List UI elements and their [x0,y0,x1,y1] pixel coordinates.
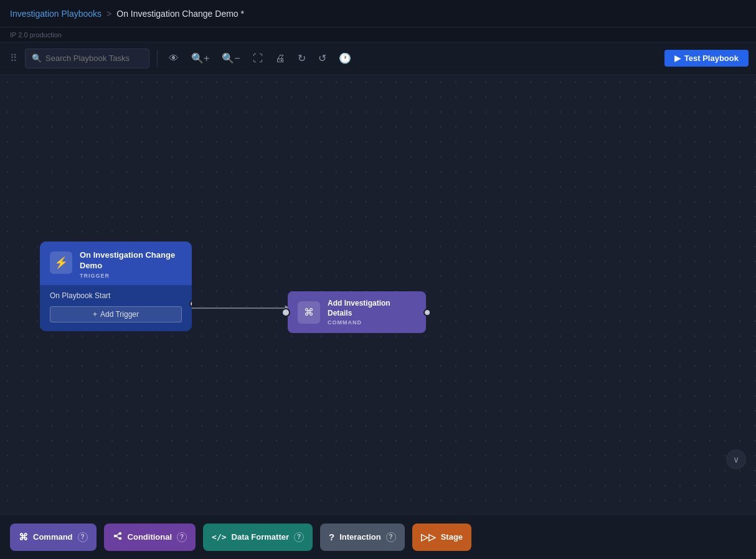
trigger-node-text: On Investigation Change Demo TRIGGER [80,250,182,279]
command-node-info: Add Investigation Details COMMAND [328,299,416,326]
search-box[interactable]: 🔍 [25,49,149,68]
print-icon: 🖨 [275,53,285,64]
zoom-out-icon: 🔍− [222,52,240,64]
breadcrumb-current: On Investigation Change Demo * [116,9,244,19]
fit-icon: ⛶ [253,53,263,64]
zoom-in-button[interactable]: 🔍+ [187,49,213,68]
command-icon-wrap: ⌘ [298,301,320,324]
zoom-in-icon: 🔍+ [191,52,209,64]
conditional-chip-label: Conditional [128,532,172,542]
conditional-chip-icon [113,531,123,543]
command-connector-dot-left [281,308,290,317]
chip-interaction[interactable]: ? Interaction ? [320,524,405,551]
chevron-down-icon: ∨ [733,454,739,464]
add-trigger-plus-icon: + [93,310,97,319]
undo-button[interactable]: ↺ [314,49,330,68]
eye-icon: 👁 [169,53,179,64]
toolbar-separator-1 [157,50,158,67]
trigger-node-title: On Investigation Change Demo [80,250,182,271]
zoom-out-button[interactable]: 🔍− [218,49,243,68]
svg-line-3 [116,536,119,538]
svg-rect-4 [119,532,121,535]
canvas: ⚡ On Investigation Change Demo TRIGGER O… [0,75,756,514]
sub-info-text: IP 2.0 production [10,31,62,39]
command-chip-help[interactable]: ? [78,532,88,542]
search-icon: 🔍 [32,54,42,63]
history-button[interactable]: 🕐 [335,49,355,68]
refresh-button[interactable]: ↻ [294,49,309,68]
svg-line-2 [116,533,119,536]
bottom-panel-toggle-button[interactable]: ∨ [726,449,746,469]
chip-data-formatter[interactable]: </> Data Formatter ? [203,524,313,551]
trigger-node-body: On Playbook Start + Add Trigger [40,285,192,331]
sub-info-bar: IP 2.0 production [0,27,756,42]
add-trigger-label: Add Trigger [100,310,139,319]
undo-icon: ↺ [318,52,326,64]
trigger-icon-wrap: ⚡ [50,251,72,274]
command-node[interactable]: ⌘ Add Investigation Details COMMAND [288,291,426,333]
conditional-chip-help[interactable]: ? [177,532,187,542]
history-icon: 🕐 [339,52,351,64]
bottom-toolbar: ⌘ Command ? Conditional ? </> Data Forma… [0,514,756,559]
fit-button[interactable]: ⛶ [249,49,267,68]
data-formatter-chip-icon: </> [212,532,226,542]
chip-conditional[interactable]: Conditional ? [104,524,196,551]
interaction-chip-icon: ? [329,532,334,542]
interaction-chip-help[interactable]: ? [386,532,396,542]
command-node-badge: COMMAND [328,319,416,326]
trigger-connector-dot [189,300,192,308]
breadcrumb-separator: > [106,9,111,19]
command-node-title: Add Investigation Details [328,299,416,318]
refresh-icon: ↻ [298,52,306,64]
search-input[interactable] [45,54,133,63]
data-formatter-chip-label: Data Formatter [232,532,289,542]
drag-handle-icon[interactable]: ⠿ [7,50,20,67]
command-chip-icon: ⌘ [19,532,28,543]
svg-rect-5 [119,537,121,540]
lightning-icon: ⚡ [54,256,68,270]
top-nav: Investigation Playbooks > On Investigati… [0,0,756,27]
chip-command[interactable]: ⌘ Command ? [10,524,97,551]
play-icon: ▶ [674,54,681,63]
print-button[interactable]: 🖨 [272,49,289,68]
trigger-node-badge: TRIGGER [80,273,182,279]
command-icon: ⌘ [304,306,314,318]
trigger-node[interactable]: ⚡ On Investigation Change Demo TRIGGER O… [40,242,192,331]
command-chip-label: Command [33,532,73,542]
trigger-node-header: ⚡ On Investigation Change Demo TRIGGER [40,242,192,285]
svg-rect-1 [114,535,116,537]
stage-chip-icon: ▷▷ [421,532,436,543]
chip-stage[interactable]: ▷▷ Stage [412,524,471,551]
stage-chip-label: Stage [441,532,463,542]
add-trigger-button[interactable]: + Add Trigger [50,306,182,322]
test-playbook-button[interactable]: ▶ Test Playbook [664,50,749,67]
trigger-node-label: On Playbook Start [50,291,182,300]
test-playbook-label: Test Playbook [684,54,739,63]
interaction-chip-label: Interaction [339,532,380,542]
data-formatter-chip-help[interactable]: ? [294,532,304,542]
visibility-toggle-button[interactable]: 👁 [165,49,182,68]
breadcrumb-link[interactable]: Investigation Playbooks [10,9,102,19]
toolbar: ⠿ 🔍 👁 🔍+ 🔍− ⛶ 🖨 ↻ ↺ 🕐 ▶ Test Playbook [0,42,756,75]
command-connector-dot-right [423,309,431,316]
